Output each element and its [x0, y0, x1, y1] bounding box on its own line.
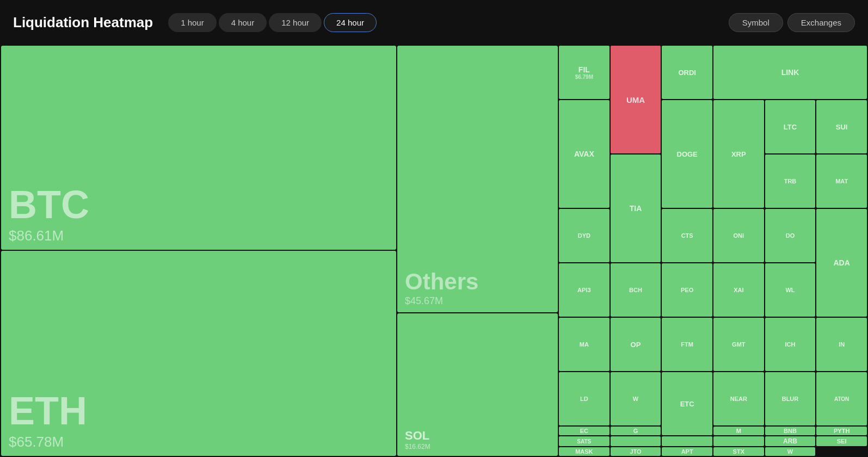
api3-label: API3 [577, 287, 590, 293]
op-label: OP [631, 341, 641, 349]
pyth-label: PYTH [834, 428, 849, 434]
filter-1hour[interactable]: 1 hour [168, 13, 217, 32]
ftm-cell[interactable]: FTM [662, 318, 712, 371]
do-cell[interactable]: DO [765, 209, 816, 262]
trb-label: TRB [784, 178, 797, 184]
near-label: NEAR [730, 396, 747, 402]
sats-label: SATS [577, 439, 591, 444]
sei-cell[interactable]: SEI [816, 436, 867, 446]
mask-label: MASK [575, 448, 593, 455]
page-title: Liquidation Heatmap [13, 14, 153, 31]
wl-label: WL [785, 287, 795, 293]
ich-label: ICH [785, 341, 796, 348]
dyd-label: DYD [578, 232, 590, 239]
gmt-cell[interactable]: GMT [713, 318, 764, 371]
w-label-2: W [787, 448, 793, 455]
trb-cell[interactable]: TRB [765, 155, 816, 208]
filter-24hour[interactable]: 24 hour [324, 13, 377, 32]
xrp-cell[interactable]: XRP [713, 100, 764, 208]
blur-cell[interactable]: BLUR [765, 372, 816, 425]
sats-cell[interactable]: SATS [559, 436, 610, 446]
ich-cell[interactable]: ICH [765, 318, 816, 371]
bch-cell[interactable]: BCH [611, 263, 661, 317]
xai-label: XAI [734, 287, 743, 293]
arb-cell[interactable]: ARB [765, 436, 816, 446]
btc-cell[interactable]: BTC $86.61M [1, 46, 396, 250]
link-cell[interactable]: LINK [713, 46, 867, 99]
aton-label: ATON [834, 396, 849, 402]
g-label: G [633, 428, 638, 434]
ec-label: EC [580, 428, 588, 434]
wl-cell[interactable]: WL [765, 263, 816, 317]
sol-cell[interactable]: SOL $16.62M [397, 313, 558, 456]
eth-cell[interactable]: ETH $65.78M [1, 251, 396, 456]
peo-cell[interactable]: PEO [662, 263, 712, 317]
fil-cell[interactable]: FIL $6.79M [559, 46, 610, 99]
others-cell[interactable]: Others $45.67M [397, 46, 558, 312]
cts-cell[interactable]: CTS [662, 209, 712, 262]
filter-4hour[interactable]: 4 hour [219, 13, 267, 32]
doge-cell[interactable]: DOGE [662, 100, 712, 208]
etc-label: ETC [680, 400, 694, 408]
others-value: $45.67M [405, 295, 550, 307]
arb-label: ARB [783, 437, 797, 445]
avax-label: AVAX [574, 150, 594, 158]
ld-cell[interactable]: LD [559, 372, 610, 425]
filter-12hour[interactable]: 12 hour [269, 13, 322, 32]
peo-label: PEO [681, 287, 693, 293]
etc-cell[interactable]: ETC [662, 372, 712, 435]
gmt-label: GMT [732, 341, 745, 348]
in-cell[interactable]: IN [816, 318, 867, 371]
tia-cell[interactable]: TIA [611, 155, 661, 262]
cts-label: CTS [681, 232, 693, 239]
ltc-cell[interactable]: LTC [765, 100, 816, 153]
pyth-cell[interactable]: PYTH [816, 427, 867, 435]
oni-label: ONI [734, 232, 744, 239]
do-label: DO [786, 232, 795, 239]
fil-label: FIL [578, 65, 590, 74]
xrp-label: XRP [731, 150, 746, 158]
symbol-button[interactable]: Symbol [729, 13, 783, 32]
op-cell[interactable]: OP [611, 318, 661, 371]
ec-cell[interactable]: EC [559, 427, 610, 435]
g-cell[interactable]: G [611, 427, 661, 435]
header: Liquidation Heatmap 1 hour 4 hour 12 hou… [0, 0, 868, 45]
oni-cell[interactable]: ONI [713, 209, 764, 262]
api3-cell[interactable]: API3 [559, 263, 610, 317]
w-cell-1[interactable]: W [611, 372, 661, 425]
mat-cell[interactable]: MAT [816, 155, 867, 208]
right-grid: FIL $6.79M UMA ORDI LINK AVAX DOGE XRP L… [559, 46, 867, 456]
sui-cell[interactable]: SUI [816, 100, 867, 153]
near-cell[interactable]: NEAR [713, 372, 764, 425]
mat-label: MAT [835, 178, 848, 184]
xai-cell[interactable]: XAI [713, 263, 764, 317]
sui-label: SUI [836, 123, 848, 131]
ada-label: ADA [833, 258, 849, 267]
left-column: BTC $86.61M ETH $65.78M [1, 46, 396, 456]
ordi-cell[interactable]: ORDI [662, 46, 712, 99]
ma-cell[interactable]: MA [559, 318, 610, 371]
right-filters: Symbol Exchanges [729, 13, 855, 32]
mid-column: Others $45.67M SOL $16.62M [397, 46, 558, 456]
mask-cell[interactable]: MASK [559, 447, 610, 456]
avax-cell[interactable]: AVAX [559, 100, 610, 208]
empty3 [713, 436, 764, 446]
empty1 [611, 436, 661, 446]
bnb-cell[interactable]: BNB [765, 427, 816, 435]
jto-cell[interactable]: JTO [611, 447, 661, 456]
stx-cell[interactable]: STX [713, 447, 764, 456]
apt-cell[interactable]: APT [662, 447, 712, 456]
aton-cell[interactable]: ATON [816, 372, 867, 425]
others-symbol: Others [405, 270, 550, 293]
bch-label: BCH [629, 287, 642, 293]
exchanges-button[interactable]: Exchanges [787, 13, 855, 32]
ada-cell[interactable]: ADA [816, 209, 867, 317]
m-cell[interactable]: M [713, 427, 764, 435]
dyd-cell[interactable]: DYD [559, 209, 610, 262]
uma-cell[interactable]: UMA [611, 46, 661, 153]
eth-value: $65.78M [9, 434, 389, 450]
w-cell-2[interactable]: W [765, 447, 816, 456]
ld-label: LD [580, 396, 588, 402]
eth-symbol: ETH [9, 391, 389, 430]
stx-label: STX [733, 448, 744, 455]
